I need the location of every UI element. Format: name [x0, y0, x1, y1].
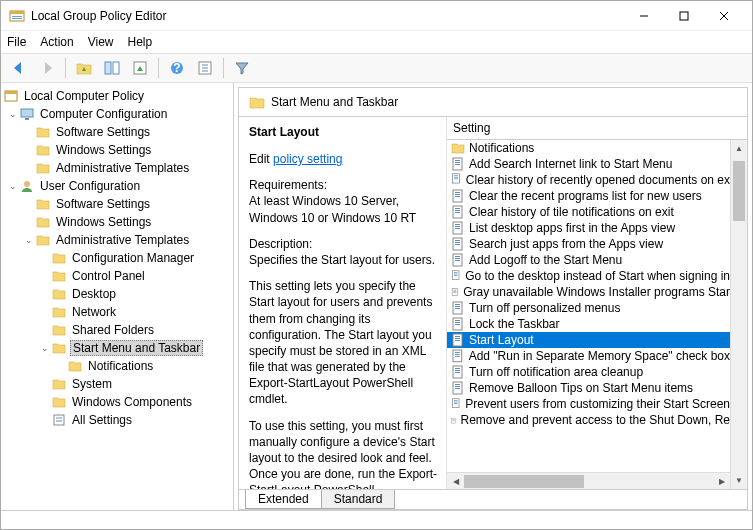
tree-computer-config[interactable]: ⌄ Computer Configuration — [3, 105, 231, 123]
list-item[interactable]: Clear the recent programs list for new u… — [447, 188, 730, 204]
scroll-right-icon[interactable]: ▶ — [713, 473, 730, 489]
list-item[interactable]: List desktop apps first in the Apps view — [447, 220, 730, 236]
back-button[interactable] — [7, 56, 31, 80]
list-item[interactable]: Add Search Internet link to Start Menu — [447, 156, 730, 172]
tree-allsettings[interactable]: All Settings — [3, 411, 231, 429]
folder-icon — [51, 322, 67, 338]
tree-cc-software[interactable]: Software Settings — [3, 123, 231, 141]
tree-uc-windows[interactable]: Windows Settings — [3, 213, 231, 231]
svg-rect-40 — [455, 212, 460, 213]
filter-button[interactable] — [230, 56, 254, 80]
menu-file[interactable]: File — [7, 35, 26, 49]
list-item-label: List desktop apps first in the Apps view — [469, 221, 675, 235]
list-item[interactable]: Prevent users from customizing their Sta… — [447, 396, 730, 412]
tree-shared[interactable]: Shared Folders — [3, 321, 231, 339]
svg-rect-64 — [455, 308, 460, 309]
menu-help[interactable]: Help — [128, 35, 153, 49]
list-item[interactable]: Remove and prevent access to the Shut Do… — [447, 412, 730, 428]
tree-desktop[interactable]: Desktop — [3, 285, 231, 303]
svg-rect-36 — [455, 196, 460, 197]
tree-label: Software Settings — [54, 197, 152, 211]
list-item[interactable]: Go to the desktop instead of Start when … — [447, 268, 730, 284]
svg-rect-22 — [54, 415, 64, 425]
list-item[interactable]: Clear history of tile notifications on e… — [447, 204, 730, 220]
list-item[interactable]: Gray unavailable Windows Installer progr… — [447, 284, 730, 300]
edit-policy-link[interactable]: policy setting — [273, 152, 342, 166]
horizontal-scrollbar[interactable]: ◀ ▶ — [447, 472, 730, 489]
close-button[interactable] — [704, 2, 744, 30]
help-button[interactable]: ? — [165, 56, 189, 80]
svg-rect-72 — [455, 340, 460, 341]
tree-notifications[interactable]: Notifications — [3, 357, 231, 375]
tree-network[interactable]: Network — [3, 303, 231, 321]
list-item[interactable]: Clear history of recently opened documen… — [447, 172, 730, 188]
vertical-scrollbar[interactable]: ▲ ▼ — [730, 140, 747, 489]
list-item-label: Add Logoff to the Start Menu — [469, 253, 622, 267]
list-item-label: Add "Run in Separate Memory Space" check… — [469, 349, 730, 363]
tree-label: Shared Folders — [70, 323, 156, 337]
scroll-up-icon[interactable]: ▲ — [731, 140, 747, 157]
tree-wincomp[interactable]: Windows Components — [3, 393, 231, 411]
properties-button[interactable] — [193, 56, 217, 80]
list-item[interactable]: Remove Balloon Tips on Start Menu items — [447, 380, 730, 396]
list-item[interactable]: Turn off notification area cleanup — [447, 364, 730, 380]
tree-label: Administrative Templates — [54, 161, 191, 175]
tab-extended[interactable]: Extended — [245, 490, 322, 509]
collapse-icon[interactable]: ⌄ — [23, 235, 35, 245]
tree-label: Software Settings — [54, 125, 152, 139]
forward-button[interactable] — [35, 56, 59, 80]
list-item[interactable]: Add Logoff to the Start Menu — [447, 252, 730, 268]
collapse-icon[interactable]: ⌄ — [7, 109, 19, 119]
tree-root[interactable]: Local Computer Policy — [3, 87, 231, 105]
list-item[interactable]: Lock the Taskbar — [447, 316, 730, 332]
tree-uc-admin[interactable]: ⌄ Administrative Templates — [3, 231, 231, 249]
tree-label: Windows Settings — [54, 143, 153, 157]
settings-column-header[interactable]: Setting — [447, 117, 747, 140]
scroll-left-icon[interactable]: ◀ — [447, 473, 464, 489]
tab-standard[interactable]: Standard — [321, 490, 396, 509]
tree-cc-admin[interactable]: Administrative Templates — [3, 159, 231, 177]
scroll-thumb-h[interactable] — [464, 475, 584, 488]
list-item[interactable]: Turn off personalized menus — [447, 300, 730, 316]
svg-rect-66 — [455, 320, 460, 321]
list-item-label: Go to the desktop instead of Start when … — [465, 269, 730, 283]
tree-smtb[interactable]: ⌄ Start Menu and Taskbar — [3, 339, 231, 357]
minimize-button[interactable] — [624, 2, 664, 30]
description-line-3: To use this setting, you must first manu… — [249, 418, 440, 489]
computer-icon — [19, 106, 35, 122]
policy-icon — [451, 397, 461, 411]
tree-cpanel[interactable]: Control Panel — [3, 267, 231, 285]
export-list-button[interactable] — [128, 56, 152, 80]
tree-uc-software[interactable]: Software Settings — [3, 195, 231, 213]
list-item[interactable]: Search just apps from the Apps view — [447, 236, 730, 252]
collapse-icon[interactable]: ⌄ — [7, 181, 19, 191]
selected-setting-title: Start Layout — [249, 125, 440, 139]
policy-icon — [451, 237, 465, 251]
menu-view[interactable]: View — [88, 35, 114, 49]
list-item-label: Start Layout — [469, 333, 534, 347]
scroll-thumb[interactable] — [733, 161, 745, 221]
show-hide-console-button[interactable] — [100, 56, 124, 80]
svg-rect-3 — [12, 18, 22, 19]
menu-bar: File Action View Help — [1, 31, 752, 53]
maximize-button[interactable] — [664, 2, 704, 30]
svg-rect-52 — [455, 260, 460, 261]
list-item-label: Turn off personalized menus — [469, 301, 620, 315]
svg-rect-87 — [454, 401, 458, 402]
scroll-down-icon[interactable]: ▼ — [731, 472, 747, 489]
up-button[interactable] — [72, 56, 96, 80]
tree-cfgmgr[interactable]: Configuration Manager — [3, 249, 231, 267]
list-folder-notifications[interactable]: Notifications — [447, 140, 730, 156]
tree-pane[interactable]: Local Computer Policy ⌄ Computer Configu… — [1, 83, 234, 510]
requirements-heading: Requirements: — [249, 178, 327, 192]
settings-list[interactable]: Notifications Add Search Internet link t… — [447, 140, 730, 472]
list-item[interactable]: Add "Run in Separate Memory Space" check… — [447, 348, 730, 364]
list-item-selected[interactable]: Start Layout — [447, 332, 730, 348]
tree-cc-windows[interactable]: Windows Settings — [3, 141, 231, 159]
collapse-icon[interactable]: ⌄ — [39, 343, 51, 353]
svg-rect-5 — [680, 12, 688, 20]
menu-action[interactable]: Action — [40, 35, 73, 49]
tree-system[interactable]: System — [3, 375, 231, 393]
tree-user-config[interactable]: ⌄ User Configuration — [3, 177, 231, 195]
svg-rect-32 — [454, 179, 458, 180]
